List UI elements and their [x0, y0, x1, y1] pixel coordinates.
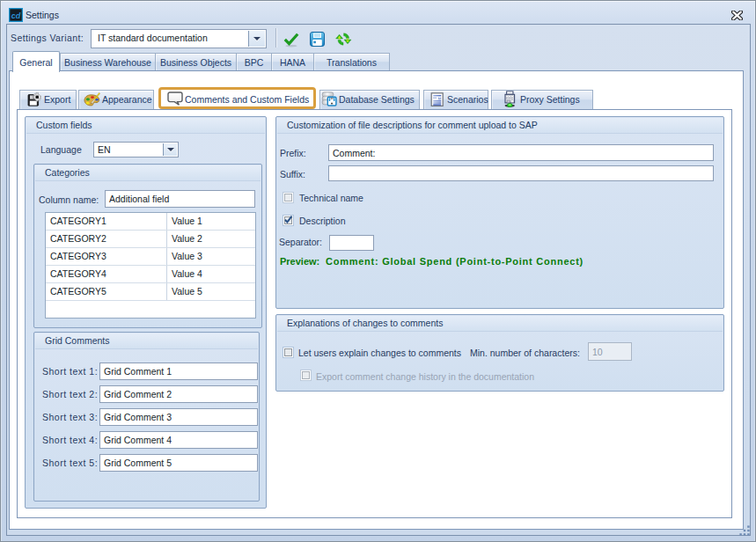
svg-text:cd: cd — [11, 11, 21, 20]
